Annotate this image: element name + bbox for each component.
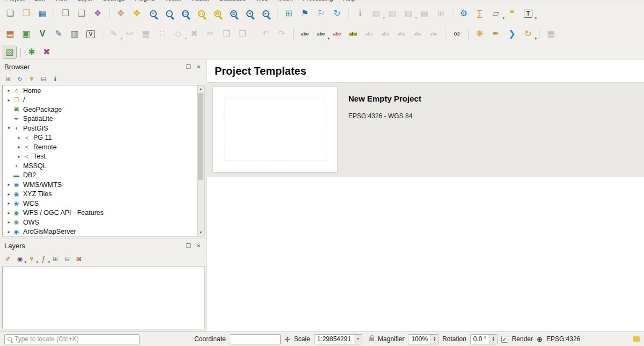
change-label-button[interactable]: abc — [426, 26, 441, 41]
lock-scale-icon[interactable] — [369, 337, 374, 341]
locate-search[interactable] — [4, 334, 140, 344]
browser-tree-scrollbar[interactable]: ▲ ▼ — [197, 85, 204, 236]
new-project-button[interactable]: ❏ — [3, 6, 18, 21]
menu-item[interactable]: Edit — [34, 0, 45, 2]
tree-item-spatialite[interactable]: ✒ SpatiaLite — [3, 114, 197, 124]
delete-selected-button[interactable]: ✖ — [187, 26, 202, 41]
expander-icon[interactable]: ▸ — [16, 145, 23, 149]
osm-quill-button[interactable]: ✒ — [488, 26, 503, 41]
new-geopackage-layer-button[interactable]: ▣ — [19, 26, 34, 41]
pin-labels-button[interactable]: abc — [362, 26, 377, 41]
float-panel-icon[interactable]: ❐ — [185, 63, 192, 70]
processing-plugin-button[interactable]: ✖ — [40, 46, 54, 59]
text-annotation-button[interactable]: T — [521, 6, 536, 21]
zoom-out-button[interactable]: − — [162, 6, 177, 21]
style-manager-button[interactable]: ❖ — [90, 6, 105, 21]
expander-icon[interactable]: ▸ — [5, 229, 12, 234]
tree-item-arcgis[interactable]: ▸ ◉ ArcGisMapServer — [3, 227, 197, 237]
expander-icon[interactable]: ▸ — [5, 182, 12, 187]
menu-item[interactable]: Web — [255, 0, 268, 2]
new-temporary-scratch-layer-button[interactable]: ▥ — [67, 26, 82, 41]
highlight-callouts-button[interactable]: abe — [346, 26, 361, 41]
rotation-spinbox[interactable]: 0.0 ° ▲▼ — [470, 334, 497, 344]
menu-item[interactable]: View — [55, 0, 68, 2]
python-console-button[interactable]: ❯ — [504, 26, 519, 41]
field-calculator-button[interactable]: ⊞ — [433, 6, 448, 21]
label-toolbar-options-button[interactable]: ∞ — [449, 26, 464, 41]
pan-map-button[interactable]: ✥ — [113, 6, 128, 21]
refresh-browser-button[interactable]: ↻ — [14, 74, 25, 84]
menu-item[interactable]: Vector — [164, 0, 182, 2]
select-by-expression-button[interactable]: ▨ — [401, 6, 416, 21]
scrollbar-thumb[interactable] — [198, 93, 203, 180]
new-spatial-bookmark-button[interactable]: ⚑ — [297, 6, 312, 21]
zoom-in-button[interactable]: + — [145, 6, 160, 21]
menu-item[interactable]: Layer — [77, 0, 93, 2]
pan-to-selection-button[interactable]: ✥ — [129, 6, 144, 21]
new-spatialite-layer-button[interactable]: ✎ — [51, 26, 66, 41]
close-panel-icon[interactable]: ✕ — [195, 242, 202, 249]
template-list-item[interactable]: New Empty Project EPSG:4326 - WGS 84 — [207, 83, 644, 177]
expander-icon[interactable]: ▸ — [5, 98, 12, 103]
tree-item-mssql[interactable]: ◗ MSSQL — [3, 161, 197, 171]
spinner-arrows-icon[interactable]: ▲▼ — [489, 335, 497, 344]
close-panel-icon[interactable]: ✕ — [195, 63, 202, 70]
properties-widget-button[interactable]: ℹ — [50, 74, 61, 84]
extents-toggle-icon[interactable]: ✛ — [284, 336, 290, 343]
new-print-layout-button[interactable]: ❐ — [58, 6, 73, 21]
filter-expression-button[interactable]: ƒ — [38, 254, 49, 264]
deselect-features-button[interactable]: ▧ — [385, 6, 400, 21]
tree-item-postgis[interactable]: ▾ ◖ PostGIS — [3, 124, 197, 133]
undo-button[interactable]: ↶ — [258, 26, 273, 41]
scroll-down-icon[interactable]: ▼ — [197, 229, 204, 236]
statistical-summary-button[interactable]: ∑ — [472, 6, 487, 21]
add-feature-button[interactable]: ∷ — [155, 26, 170, 41]
coordinate-input[interactable] — [230, 334, 281, 344]
open-project-button[interactable]: ❒ — [19, 6, 34, 21]
expander-icon[interactable]: ▸ — [5, 211, 12, 215]
map-tips-button[interactable]: ❝ — [504, 6, 519, 21]
zoom-to-layer-button[interactable]: ▤ — [226, 6, 241, 21]
tree-item-wcs[interactable]: ▸ ◉ WCS — [3, 199, 197, 208]
menu-item[interactable]: Mesh — [278, 0, 293, 2]
tree-item-wfs[interactable]: ▸ ◉ WFS / OGC API - Features — [3, 208, 197, 218]
move-label-button[interactable]: abc — [394, 26, 409, 41]
float-panel-icon[interactable]: ❐ — [185, 242, 192, 249]
collapse-all-layers-button[interactable]: ⊟ — [62, 254, 72, 264]
locate-input[interactable] — [14, 335, 136, 343]
layer-styling-button[interactable]: ✐ — [3, 254, 13, 264]
tree-item-xyz[interactable]: ▸ ◉ XYZ Tiles — [3, 190, 197, 199]
menu-item[interactable]: Processing — [303, 0, 333, 2]
new-shapefile-layer-button[interactable]: V — [35, 26, 50, 41]
tree-item-wms[interactable]: ▸ ◉ WMS/WMTS — [3, 180, 197, 190]
tree-item-db2[interactable]: ▬ DB2 — [3, 171, 197, 181]
select-features-button[interactable]: ▧ — [369, 6, 384, 21]
layers-list[interactable] — [2, 266, 204, 329]
expander-icon[interactable]: ▸ — [5, 192, 12, 197]
data-source-manager-button[interactable]: ▤ — [3, 26, 18, 41]
copy-features-button[interactable]: ❐ — [219, 26, 234, 41]
filter-legend-button[interactable]: ▼ — [26, 254, 37, 264]
new-virtual-layer-button[interactable]: V — [83, 26, 98, 41]
help-button[interactable]: ▦ — [544, 26, 559, 41]
filter-browser-button[interactable]: ▼ — [26, 74, 37, 84]
menu-item[interactable]: Project — [5, 0, 25, 2]
plugin-reload-button[interactable]: ↻ — [521, 26, 536, 41]
menu-item[interactable]: Raster — [192, 0, 210, 2]
remove-layer-button[interactable]: ⊠ — [74, 254, 84, 264]
processing-toolbox-button[interactable]: ⚙ — [456, 6, 471, 21]
tree-item-remote[interactable]: ▸ ≺ Remote — [3, 142, 197, 152]
tree-item-geopackage[interactable]: ▣ GeoPackage — [3, 105, 197, 114]
layer-diagram-button[interactable]: abc — [313, 26, 328, 41]
expander-icon[interactable]: ▸ — [16, 135, 23, 140]
new-map-view-button[interactable]: ⊞ — [281, 6, 296, 21]
render-checkbox[interactable]: ✓ — [501, 336, 508, 343]
menu-item[interactable]: Help — [343, 0, 356, 2]
toggle-editing-button[interactable]: ✏ — [122, 26, 137, 41]
expander-icon[interactable]: ▾ — [5, 126, 12, 131]
highlight-labels-button[interactable]: abc — [330, 26, 345, 41]
paste-features-button[interactable]: ❒ — [235, 26, 250, 41]
expander-icon[interactable]: ▸ — [5, 88, 12, 93]
messages-icon[interactable] — [633, 336, 640, 342]
zoom-last-button[interactable]: ◂ — [242, 6, 257, 21]
